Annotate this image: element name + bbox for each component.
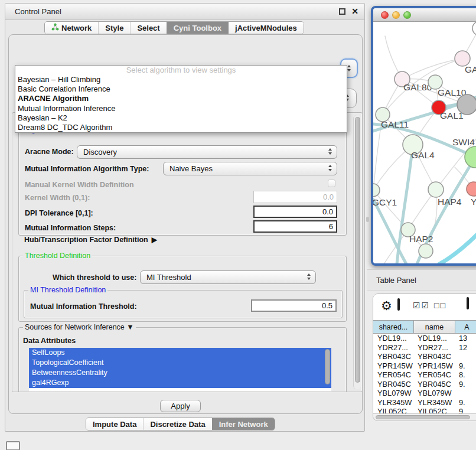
dpi-tolerance-field[interactable] bbox=[253, 206, 337, 218]
table-row[interactable]: YLR345WYLR345W9. bbox=[373, 398, 476, 407]
column-header-name[interactable]: name bbox=[414, 320, 455, 334]
control-panel-tabs: NetworkStyleSelectCyni ToolboxjActiveMNo… bbox=[44, 21, 304, 34]
table-toolbar: ⚙ ☑☑ □□ bbox=[373, 294, 476, 320]
table-cell: 13 bbox=[455, 334, 476, 343]
tab-label: Discretize Data bbox=[150, 420, 205, 429]
control-panel-titlebar: Control Panel ✕ bbox=[5, 4, 364, 20]
table-cell: YDR27... bbox=[373, 343, 414, 352]
mi-threshold-field[interactable] bbox=[251, 299, 337, 312]
attribute-item-topologicalcoefficient[interactable]: TopologicalCoefficient bbox=[29, 358, 331, 368]
dropdown-item-basic-correlation-inference[interactable]: Basic Correlation Inference bbox=[15, 84, 347, 94]
table-row[interactable]: YBL079WYBL079W bbox=[373, 389, 476, 398]
table-row[interactable]: YDL19...YDL19...13 bbox=[373, 334, 476, 343]
dpi-tolerance-label: DPI Tolerance [0,1]: bbox=[25, 209, 93, 217]
aracne-mode-label: Aracne Mode: bbox=[25, 148, 74, 156]
table-row[interactable]: YBR043CYBR043C bbox=[373, 352, 476, 361]
dropdown-item-dream8-dc-tdc-algorithm[interactable]: Dream8 DC_TDC Algorithm bbox=[15, 123, 347, 132]
tab-label: Infer Network bbox=[219, 420, 268, 429]
network-node[interactable] bbox=[419, 244, 433, 258]
expand-arrow-icon[interactable]: ▶ bbox=[152, 236, 157, 244]
panel-splitter-handle[interactable] bbox=[366, 217, 369, 222]
close-icon[interactable]: ✕ bbox=[351, 7, 358, 15]
network-node-swi4[interactable] bbox=[465, 146, 476, 168]
network-node[interactable] bbox=[472, 22, 476, 35]
aracne-mode-value: Discovery bbox=[83, 148, 117, 156]
tab-network[interactable]: Network bbox=[45, 22, 98, 34]
which-threshold-combobox[interactable]: MI Threshold bbox=[140, 270, 316, 284]
manual-kernel-checkbox[interactable] bbox=[328, 180, 335, 187]
network-node-gcy1[interactable] bbox=[373, 184, 380, 197]
table-horizontal-scrollbar[interactable] bbox=[373, 413, 476, 420]
control-panel-window: Control Panel ✕ NetworkStyleSelectCyni T… bbox=[5, 3, 365, 432]
cyni-algorithm-settings-group: Cyni Algorithm Settings Algorithm Defini… bbox=[12, 112, 363, 392]
hub-transcription-section[interactable]: Hub/Transcription Factor Definition▶ bbox=[24, 236, 157, 244]
scrollbar-thumb[interactable] bbox=[376, 415, 470, 419]
table-cell: YDL19... bbox=[373, 334, 414, 343]
dropdown-item-aracne-algorithm[interactable]: ARACNE Algorithm bbox=[15, 94, 347, 103]
network-node-label: GAL11 bbox=[381, 119, 409, 129]
aracne-mode-combobox[interactable]: Discovery bbox=[77, 145, 337, 159]
bottom-tabs: Impute DataDiscretize DataInfer Network bbox=[86, 418, 275, 431]
attribute-item-gal4rgexp[interactable]: gal4RGexp bbox=[29, 378, 331, 388]
deselect-all-icon[interactable]: □□ bbox=[434, 301, 446, 310]
zoom-traffic-light-icon[interactable] bbox=[403, 11, 411, 19]
attribute-item-selfloops[interactable]: SelfLoops bbox=[29, 348, 331, 358]
attribute-item-betweennesscentrality[interactable]: BetweennessCentrality bbox=[29, 368, 331, 378]
table-panel-titlebar: Table Panel bbox=[367, 269, 476, 291]
bottom-tab-impute-data[interactable]: Impute Data bbox=[86, 418, 143, 430]
mi-steps-field[interactable] bbox=[253, 220, 337, 233]
table-row[interactable]: YPR145WYPR145W9. bbox=[373, 361, 476, 371]
columns-icon[interactable] bbox=[397, 299, 400, 310]
which-threshold-value: MI Threshold bbox=[146, 273, 191, 282]
table-row[interactable]: YER054CYER054C8. bbox=[373, 370, 476, 380]
mi-algorithm-type-label: Mutual Information Algorithm Type: bbox=[25, 165, 149, 173]
network-node-y[interactable] bbox=[467, 182, 476, 196]
scrollbar-thumb[interactable] bbox=[355, 117, 360, 383]
collapse-arrow-icon[interactable]: ▼ bbox=[126, 323, 133, 331]
bottom-tab-infer-network[interactable]: Infer Network bbox=[212, 418, 275, 430]
combo-arrows-icon bbox=[328, 148, 332, 155]
tab-select[interactable]: Select bbox=[130, 22, 166, 34]
float-window-icon[interactable] bbox=[339, 8, 345, 15]
table-cell: YLR345W bbox=[373, 398, 414, 407]
list-scrollbar-thumb[interactable] bbox=[325, 349, 330, 384]
table-rows: YDL19...YDL19...13YDR27...YDR27...12YBR0… bbox=[373, 334, 476, 413]
select-all-icon[interactable]: ☑☑ bbox=[413, 301, 430, 310]
algorithm-definition-group: Algorithm Definition Aracne Mode: Discov… bbox=[18, 129, 347, 236]
control-panel-title: Control Panel bbox=[15, 7, 61, 16]
network-node-hap4[interactable] bbox=[428, 182, 444, 197]
minimize-traffic-light-icon[interactable] bbox=[392, 11, 400, 19]
column-header-shared[interactable]: shared... bbox=[373, 320, 414, 334]
close-traffic-light-icon[interactable] bbox=[381, 11, 389, 19]
tab-cyni-toolbox[interactable]: Cyni Toolbox bbox=[167, 22, 228, 34]
kernel-width-field[interactable] bbox=[253, 191, 337, 203]
bottom-tab-discretize-data[interactable]: Discretize Data bbox=[143, 418, 211, 430]
collapsed-panel-icon[interactable] bbox=[6, 441, 20, 450]
table-cell: YIL052C bbox=[414, 407, 455, 413]
dropdown-item-mutual-information-inference[interactable]: Mutual Information Inference bbox=[15, 104, 347, 113]
table-cell: YER054C bbox=[373, 370, 414, 379]
network-window-titlebar bbox=[373, 8, 476, 22]
tab-jactivemnodules[interactable]: jActiveMNodules bbox=[228, 22, 304, 34]
gear-icon[interactable]: ⚙ bbox=[381, 299, 392, 312]
mi-threshold-definition-group: MI Threshold Definition Mutual Informati… bbox=[24, 290, 343, 318]
network-canvas[interactable]: GALGAL80GAL10GAL1GAL11GAL4SWI4GCY1HAP4YH… bbox=[373, 22, 476, 263]
network-canvas-svg: GALGAL80GAL10GAL1GAL11GAL4SWI4GCY1HAP4YH… bbox=[373, 22, 476, 264]
mi-algorithm-type-combobox[interactable]: Naive Bayes bbox=[163, 162, 337, 175]
combo-arrows-icon bbox=[328, 165, 332, 171]
table-row[interactable]: YDR27...YDR27...12 bbox=[373, 343, 476, 353]
new-table-icon[interactable] bbox=[467, 298, 469, 309]
network-node-label: GAL80 bbox=[403, 82, 432, 92]
threshold-definition-group: Threshold Definition Which threshold to … bbox=[18, 256, 347, 322]
settings-vertical-scrollbar[interactable] bbox=[353, 115, 361, 389]
dropdown-item-bayesian-hill-climbing[interactable]: Bayesian – Hill Climbing bbox=[15, 75, 347, 84]
table-row[interactable]: YBR045CYBR045C9. bbox=[373, 380, 476, 389]
hub-transcription-label: Hub/Transcription Factor Definition bbox=[24, 236, 148, 244]
apply-button[interactable]: Apply bbox=[160, 400, 201, 412]
table-row[interactable]: YIL052CYIL052C9 bbox=[373, 407, 476, 413]
network-node[interactable] bbox=[457, 94, 476, 115]
table-cell: YBR043C bbox=[414, 352, 455, 361]
column-header-a[interactable]: A bbox=[455, 320, 476, 334]
dropdown-item-bayesian-k2[interactable]: Bayesian – K2 bbox=[15, 113, 347, 123]
tab-style[interactable]: Style bbox=[98, 22, 130, 34]
